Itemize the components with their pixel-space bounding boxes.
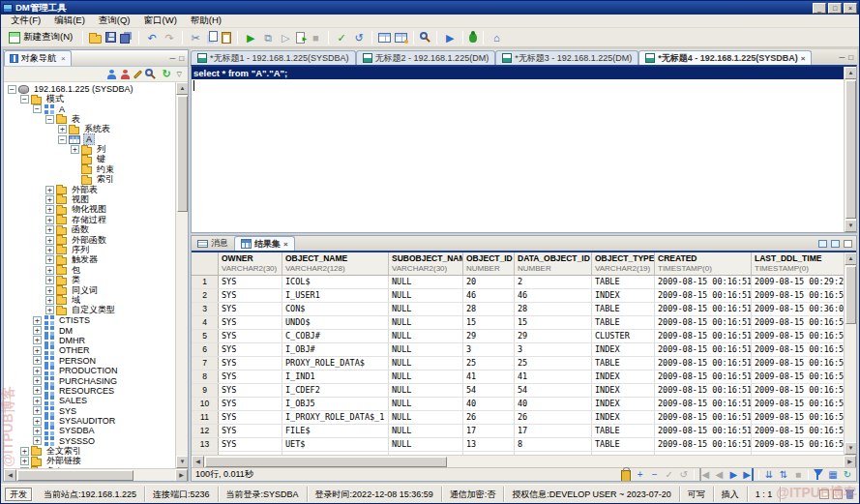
close-view-icon[interactable]: ×	[61, 54, 66, 63]
grid-vertical-scrollbar[interactable]: ▲ ▼	[844, 252, 856, 455]
cell[interactable]: INDEX	[592, 371, 655, 383]
tree-item[interactable]: +DMHR	[4, 336, 175, 345]
find-icon[interactable]	[420, 32, 428, 40]
cell[interactable]: SYS	[219, 289, 282, 302]
execute-selection-icon[interactable]: ▷	[279, 31, 292, 44]
cell[interactable]: NULL	[389, 357, 463, 370]
menu-item[interactable]: 查询(Q)	[93, 14, 136, 28]
cell[interactable]: 15	[463, 316, 515, 329]
cell[interactable]: NULL	[389, 303, 463, 315]
next-row-icon[interactable]: ▶	[728, 468, 738, 481]
maximize-window-button[interactable]: □	[828, 3, 842, 14]
mode-badge[interactable]: 开发	[5, 488, 32, 501]
cell[interactable]: 40	[515, 398, 592, 410]
tree-item[interactable]: 键	[4, 155, 175, 164]
debug-icon[interactable]	[469, 33, 477, 43]
tree-item-label[interactable]: PERSON	[57, 356, 98, 366]
disconnect-button[interactable]	[123, 68, 131, 80]
cell[interactable]: 2009-08-15 00:16:51	[752, 438, 844, 451]
cell[interactable]: 2	[515, 276, 592, 288]
close-tab-icon[interactable]: ×	[801, 54, 806, 63]
cell[interactable]: 25	[463, 357, 515, 370]
column-header-object_type[interactable]: OBJECT_TYPEVARCHAR2(19)	[592, 252, 655, 275]
tree-expander[interactable]: +	[45, 236, 54, 245]
tree-expander[interactable]: +	[33, 406, 42, 415]
column-header-created[interactable]: CREATEDTIMESTAMP(0)	[655, 252, 752, 275]
scroll-up-icon[interactable]: ▲	[845, 67, 857, 79]
row-number[interactable]: 8	[192, 371, 219, 383]
tree-item[interactable]: +SYSAUDITOR	[4, 416, 175, 426]
cell[interactable]: SYS	[219, 411, 282, 424]
cell[interactable]: NULL	[389, 411, 463, 424]
cell[interactable]: 26	[463, 411, 515, 424]
tree-item-label[interactable]: SYS	[57, 406, 78, 416]
cell[interactable]: NULL	[389, 330, 463, 342]
tree-item[interactable]: +SYSSSO	[4, 436, 175, 446]
cell[interactable]: TABLE	[592, 438, 655, 451]
cell[interactable]: UNDO$	[282, 316, 389, 329]
lock-icon[interactable]	[621, 470, 631, 482]
cell[interactable]: 2009-08-15 00:16:51	[655, 398, 752, 410]
cell[interactable]: 2009-08-15 00:16:51	[655, 425, 752, 437]
row-number[interactable]: 13	[192, 438, 219, 451]
cell[interactable]: SYS	[219, 303, 282, 315]
cell[interactable]: SYS	[219, 330, 282, 342]
cell[interactable]: 2009-08-15 00:16:51	[655, 343, 752, 356]
tree-item[interactable]: +触发器	[4, 255, 175, 265]
tree-expander[interactable]: −	[33, 104, 42, 113]
tree-expander[interactable]: +	[45, 296, 54, 305]
tree-item[interactable]: +外部链接	[4, 456, 175, 465]
tree-expander[interactable]: +	[20, 447, 29, 456]
menu-item[interactable]: 文件(F)	[5, 14, 46, 28]
new-query-button[interactable]: 新建查询(N)	[5, 29, 76, 45]
cell[interactable]: CON$	[282, 303, 389, 315]
fetch-next-icon[interactable]: ⇊	[764, 468, 774, 481]
tree-item[interactable]: +包	[4, 265, 175, 275]
cell[interactable]: NULL	[389, 316, 463, 329]
plan-analyze-icon[interactable]	[395, 33, 407, 43]
search-button[interactable]	[145, 68, 156, 80]
tab-object-navigator[interactable]: 对象导航 ×	[4, 50, 72, 66]
cell[interactable]: NULL	[389, 384, 463, 397]
column-header-subobject_name[interactable]: SUBOBJECT_NAMEVARCHAR2(30)	[389, 252, 463, 275]
tree-item[interactable]: +PURCHASING	[4, 375, 175, 385]
cell[interactable]: SYS	[219, 343, 282, 356]
row-number[interactable]: 11	[192, 411, 219, 424]
tree-expander[interactable]: +	[33, 336, 42, 344]
cell[interactable]: 2009-08-15 00:16:51	[752, 289, 844, 302]
commit-edit-icon[interactable]: ✓	[665, 468, 674, 481]
debug-run-icon[interactable]: ▶	[443, 31, 457, 44]
cell[interactable]: FILE$	[282, 425, 389, 437]
add-row-icon[interactable]: +	[636, 468, 645, 481]
tree-item[interactable]: +列	[4, 144, 175, 154]
tree-item-label[interactable]: SYSDBA	[57, 426, 97, 435]
cell[interactable]: 2009-08-15 00:16:51	[752, 343, 844, 356]
scroll-up-icon[interactable]: ▲	[845, 252, 856, 265]
cell[interactable]: 2009-08-15 00:16:51	[655, 316, 752, 329]
tree-expander[interactable]: +	[33, 316, 42, 325]
scroll-left-icon[interactable]: ◀	[4, 469, 16, 482]
cell[interactable]: INDEX	[592, 398, 655, 410]
edit-button[interactable]	[136, 68, 139, 80]
view-menu-chevron-icon[interactable]: ▽	[177, 68, 182, 80]
open-icon[interactable]	[89, 35, 102, 44]
cell[interactable]: NULL	[389, 371, 463, 383]
row-number[interactable]: 7	[192, 357, 219, 370]
grid-scroll-thumb[interactable]	[845, 266, 856, 324]
cell[interactable]: 2009-08-15 00:16:51	[655, 438, 752, 451]
tree-item-label[interactable]: OTHER	[57, 345, 92, 355]
tree-item[interactable]: +同义词	[4, 285, 175, 295]
column-header-object_name[interactable]: OBJECT_NAMEVARCHAR2(128)	[282, 252, 389, 275]
menu-item[interactable]: 窗口(W)	[138, 14, 183, 28]
cell[interactable]: 15	[515, 316, 592, 329]
rollback-icon[interactable]: ↺	[352, 31, 366, 44]
clear-icon[interactable]	[846, 491, 853, 499]
cell[interactable]: 28	[463, 303, 515, 315]
row-number[interactable]: 3	[192, 303, 219, 315]
cell[interactable]: UET$	[282, 438, 389, 451]
restore-pane-icon[interactable]	[844, 240, 852, 248]
cell[interactable]: TABLE	[592, 425, 655, 437]
cell[interactable]: 54	[463, 384, 515, 397]
cell[interactable]: I_OBJ5	[282, 398, 389, 410]
tree-item-label[interactable]: RESOURCES	[57, 386, 116, 396]
